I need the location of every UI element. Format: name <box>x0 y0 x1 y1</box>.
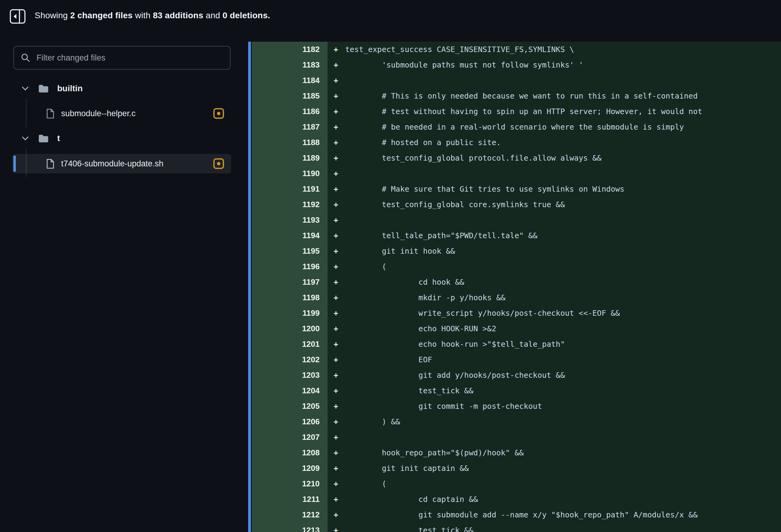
code-text: test_tick && <box>345 526 473 532</box>
line-number[interactable]: 1188 <box>252 138 328 147</box>
code-text: EOF <box>345 355 432 364</box>
line-number[interactable]: 1184 <box>252 76 328 85</box>
diff-line-row: 1192 + test_config_global core.symlinks … <box>252 197 781 212</box>
code-text: mkdir -p y/hooks && <box>345 293 505 302</box>
line-number[interactable]: 1193 <box>252 215 328 225</box>
diff-line-row: 1184 + <box>252 73 781 88</box>
filter-changed-files-input[interactable] <box>36 53 227 63</box>
diff-lines: 1182 + test_expect_success CASE_INSENSIT… <box>252 42 781 532</box>
addition-sign: + <box>328 309 345 318</box>
line-number[interactable]: 1203 <box>252 370 328 380</box>
chevron-down-icon[interactable] <box>22 86 29 91</box>
addition-sign: + <box>328 340 345 349</box>
diff-line-row: 1186 + # test without having to spin up … <box>252 104 781 119</box>
line-number[interactable]: 1206 <box>252 417 328 426</box>
line-number[interactable]: 1190 <box>252 169 328 178</box>
addition-sign: + <box>328 185 345 194</box>
code-text: tell_tale_path="$PWD/tell.tale" && <box>345 231 537 240</box>
addition-sign: + <box>328 324 345 333</box>
chevron-down-icon[interactable] <box>22 136 29 140</box>
addition-sign: + <box>328 45 345 54</box>
line-number[interactable]: 1197 <box>252 277 328 287</box>
line-number[interactable]: 1210 <box>252 479 328 489</box>
line-number[interactable]: 1189 <box>252 153 328 163</box>
diff-line-row: 1209 + git init captain && <box>252 460 781 476</box>
code-text: test_config_global protocol.file.allow a… <box>345 154 602 162</box>
changed-files-summary: Showing 2 changed files with 83 addition… <box>35 10 270 21</box>
line-number[interactable]: 1207 <box>252 433 328 442</box>
line-number[interactable]: 1198 <box>252 293 328 302</box>
line-number[interactable]: 1199 <box>252 309 328 318</box>
code-text: git init captain && <box>345 464 469 473</box>
addition-sign: + <box>328 417 345 426</box>
addition-sign: + <box>328 293 345 302</box>
tree-file-t7406-selected[interactable]: t7406-submodule-update.sh <box>12 154 231 173</box>
line-number[interactable]: 1196 <box>252 262 328 271</box>
line-number[interactable]: 1185 <box>252 91 328 101</box>
code-text: git commit -m post-checkout <box>345 402 542 411</box>
diff-viewer-page: Showing 2 changed files with 83 addition… <box>0 0 781 532</box>
line-number[interactable]: 1204 <box>252 386 328 396</box>
line-number[interactable]: 1187 <box>252 122 328 132</box>
diff-pane: 1182 + test_expect_success CASE_INSENSIT… <box>248 42 781 532</box>
sidebar-collapse-icon <box>9 9 26 25</box>
code-text: # Make sure that Git tries to use symlin… <box>345 185 624 194</box>
line-number[interactable]: 1192 <box>252 200 328 209</box>
file-icon <box>46 159 54 169</box>
line-number[interactable]: 1194 <box>252 231 328 240</box>
code-text: echo HOOK-RUN >&2 <box>345 324 496 333</box>
tree-folder-t[interactable]: t <box>12 129 231 148</box>
line-number[interactable]: 1208 <box>252 448 328 457</box>
diff-line-row: 1198 + mkdir -p y/hooks && <box>252 290 781 305</box>
diff-line-row: 1195 + git init hook && <box>252 243 781 259</box>
diff-vertical-scrollbar[interactable] <box>248 42 251 532</box>
code-text: ( <box>345 262 386 271</box>
collapse-file-tree-button[interactable] <box>9 9 26 25</box>
diff-line-row: 1203 + git add y/hooks/post-checkout && <box>252 367 781 383</box>
diff-line-row: 1188 + # hosted on a public site. <box>252 135 781 150</box>
file-icon <box>46 109 54 119</box>
diff-line-row: 1197 + cd hook && <box>252 274 781 290</box>
addition-sign: + <box>328 386 345 395</box>
code-text: git submodule add --name x/y "$hook_repo… <box>345 510 698 519</box>
diff-line-row: 1212 + git submodule add --name x/y "$ho… <box>252 507 781 523</box>
line-number[interactable]: 1205 <box>252 402 328 411</box>
file-filter-box <box>13 46 231 70</box>
line-number[interactable]: 1211 <box>252 495 328 504</box>
addition-sign: + <box>328 247 345 255</box>
diff-line-row: 1196 + ( <box>252 259 781 274</box>
diff-line-row: 1193 + <box>252 212 781 228</box>
diff-line-row: 1210 + ( <box>252 476 781 492</box>
code-text: # This is only needed because we want to… <box>345 91 698 100</box>
addition-sign: + <box>328 433 345 442</box>
diff-line-row: 1204 + test_tick && <box>252 383 781 399</box>
line-number[interactable]: 1209 <box>252 463 328 473</box>
line-number[interactable]: 1201 <box>252 339 328 349</box>
diff-line-row: 1194 + tell_tale_path="$PWD/tell.tale" &… <box>252 228 781 243</box>
line-number[interactable]: 1202 <box>252 355 328 364</box>
code-text: hook_repo_path="$(pwd)/hook" && <box>345 448 524 457</box>
diff-line-row: 1199 + write_script y/hooks/post-checkou… <box>252 305 781 321</box>
code-text: ( <box>345 479 386 488</box>
line-number[interactable]: 1191 <box>252 184 328 194</box>
addition-sign: + <box>328 402 345 411</box>
diff-line-row: 1213 + test_tick && <box>252 523 781 532</box>
line-number[interactable]: 1183 <box>252 60 328 70</box>
code-text: git add y/hooks/post-checkout && <box>345 371 565 380</box>
addition-sign: + <box>328 76 345 85</box>
addition-sign: + <box>328 60 345 69</box>
diff-line-row: 1207 + <box>252 429 781 445</box>
tree-folder-builtin[interactable]: builtin <box>12 79 231 98</box>
tree-file-submodule-helper[interactable]: submodule--helper.c <box>12 104 231 123</box>
diff-line-row: 1187 + # be needed in a real-world scena… <box>252 119 781 135</box>
addition-sign: + <box>328 169 345 178</box>
line-number[interactable]: 1213 <box>252 526 328 532</box>
addition-sign: + <box>328 464 345 473</box>
line-number[interactable]: 1186 <box>252 107 328 116</box>
line-number[interactable]: 1182 <box>252 45 328 54</box>
addition-sign: + <box>328 495 345 504</box>
line-number[interactable]: 1212 <box>252 510 328 520</box>
line-number[interactable]: 1200 <box>252 324 328 333</box>
code-text: # be needed in a real-world scenario whe… <box>345 123 684 131</box>
line-number[interactable]: 1195 <box>252 246 328 256</box>
